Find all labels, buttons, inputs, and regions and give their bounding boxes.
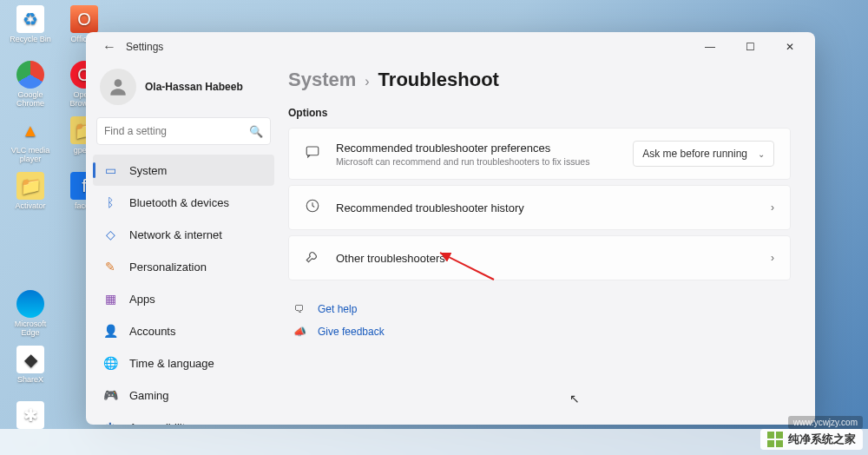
desktop-icon-vlc[interactable]: ▲VLC media player <box>9 116 52 163</box>
settings-window: ← Settings — ☐ ✕ Ola-Hassan Habeeb 🔍 ▭Sy… <box>86 32 815 425</box>
time-icon: 🌐 <box>103 356 117 370</box>
nav-label: Bluetooth & devices <box>129 196 229 209</box>
office-icon: O <box>70 5 98 33</box>
network-icon: ◇ <box>103 228 117 241</box>
accounts-icon: 👤 <box>103 324 117 338</box>
card-title: Other troubleshooters <box>336 252 757 265</box>
nav-system[interactable]: ▭System <box>93 155 274 186</box>
avatar <box>100 69 136 105</box>
watermark: 纯净系统之家 <box>760 429 863 450</box>
nav: ▭System ᛒBluetooth & devices ◇Network & … <box>93 154 274 425</box>
desktop-icon-recycle[interactable]: ♻Recycle Bin <box>9 5 52 43</box>
sidebar: Ola-Hassan Habeeb 🔍 ▭System ᛒBluetooth &… <box>86 62 278 425</box>
search-icon: 🔍 <box>249 125 263 138</box>
titlebar: ← Settings — ☐ ✕ <box>86 32 815 62</box>
desktop-icon-edge[interactable]: Microsoft Edge <box>9 290 52 337</box>
nav-accounts[interactable]: 👤Accounts <box>93 315 274 346</box>
give-feedback-link[interactable]: 📣 Give feedback <box>288 320 791 343</box>
history-icon <box>305 198 322 217</box>
nav-accessibility[interactable]: ✱Accessibility <box>93 412 274 425</box>
watermark-logo-icon <box>767 432 783 447</box>
search-input[interactable] <box>104 125 249 137</box>
watermark-url: www.ycwjzy.com <box>788 416 863 429</box>
card-troubleshooter-prefs[interactable]: Recommended troubleshooter preferences M… <box>288 128 791 180</box>
card-subtitle: Microsoft can recommend and run troubles… <box>336 156 619 167</box>
breadcrumb-current: Troubleshoot <box>378 69 499 91</box>
nav-gaming[interactable]: 🎮Gaming <box>93 379 274 411</box>
chrome-icon <box>16 61 44 89</box>
desktop-icon-sharex[interactable]: ◆ShareX <box>9 346 52 384</box>
system-icon: ▭ <box>103 163 117 177</box>
nav-label: Accessibility <box>129 421 191 425</box>
desktop-label: VLC media player <box>9 146 52 163</box>
section-label: Options <box>288 107 791 119</box>
sharex-icon: ◆ <box>16 346 44 373</box>
desktop-label: Recycle Bin <box>9 35 52 43</box>
chevron-right-icon: › <box>365 74 369 89</box>
dropdown-value: Ask me before running <box>642 148 747 160</box>
get-help-link[interactable]: 🗨 Get help <box>288 298 791 320</box>
maximize-button[interactable]: ☐ <box>730 33 770 61</box>
feedback-icon: 📣 <box>292 326 307 338</box>
card-title: Recommended troubleshooter history <box>336 201 757 214</box>
nav-label: Time & language <box>129 357 214 370</box>
card-title: Recommended troubleshooter preferences <box>336 142 619 155</box>
breadcrumb: System › Troubleshoot <box>288 69 791 91</box>
link-label: Get help <box>318 303 357 315</box>
nav-label: Accounts <box>129 325 175 338</box>
nav-apps[interactable]: ▦Apps <box>93 283 274 314</box>
user-name: Ola-Hassan Habeeb <box>145 81 243 93</box>
accessibility-icon: ✱ <box>103 420 117 425</box>
nav-label: System <box>129 164 167 177</box>
nav-time[interactable]: 🌐Time & language <box>93 347 274 379</box>
close-button[interactable]: ✕ <box>770 33 810 61</box>
svg-point-0 <box>115 79 122 87</box>
search-box[interactable]: 🔍 <box>96 117 271 145</box>
nav-label: Apps <box>129 293 155 306</box>
edge-icon <box>16 290 44 318</box>
chevron-right-icon: › <box>771 201 774 214</box>
apps-icon: ▦ <box>103 292 117 306</box>
nav-label: Personalization <box>129 260 207 274</box>
desktop-label: ShareX <box>9 375 52 384</box>
chevron-right-icon: › <box>771 252 774 264</box>
wrench-icon <box>305 248 322 267</box>
bluetooth-icon: ᛒ <box>103 195 117 209</box>
desktop-label: Activator <box>9 201 52 210</box>
help-icon: 🗨 <box>292 303 307 315</box>
desktop-label: Google Chrome <box>9 90 52 108</box>
main-content: System › Troubleshoot Options Recommende… <box>278 62 815 425</box>
desktop-icon-activator[interactable]: 📁Activator <box>9 172 52 210</box>
nav-network[interactable]: ◇Network & internet <box>93 219 274 250</box>
vlc-icon: ▲ <box>16 116 44 144</box>
card-other-troubleshooters[interactable]: Other troubleshooters › <box>288 235 791 280</box>
folder-icon: 📁 <box>16 172 44 200</box>
desktop-label: Microsoft Edge <box>9 320 52 337</box>
personalization-icon: ✎ <box>103 260 117 274</box>
window-title: Settings <box>126 41 163 53</box>
taskbar[interactable] <box>0 429 868 455</box>
slack-icon: ✱ <box>16 401 44 429</box>
card-troubleshooter-history[interactable]: Recommended troubleshooter history › <box>288 185 791 230</box>
nav-label: Network & internet <box>129 228 222 241</box>
nav-personalization[interactable]: ✎Personalization <box>93 251 274 282</box>
back-button[interactable]: ← <box>98 36 121 58</box>
user-block[interactable]: Ola-Hassan Habeeb <box>93 62 274 117</box>
link-label: Give feedback <box>318 326 385 338</box>
svg-rect-1 <box>306 147 319 155</box>
nav-bluetooth[interactable]: ᛒBluetooth & devices <box>93 187 274 218</box>
gaming-icon: 🎮 <box>103 388 117 402</box>
breadcrumb-parent[interactable]: System <box>288 69 356 91</box>
nav-label: Gaming <box>129 389 169 402</box>
watermark-text: 纯净系统之家 <box>788 432 856 447</box>
prefs-dropdown[interactable]: Ask me before running ⌄ <box>633 141 774 167</box>
chat-icon <box>305 144 322 163</box>
recycle-icon: ♻ <box>16 5 44 33</box>
minimize-button[interactable]: — <box>690 33 730 61</box>
chevron-down-icon: ⌄ <box>758 149 765 159</box>
desktop-icon-chrome[interactable]: Google Chrome <box>9 61 52 108</box>
